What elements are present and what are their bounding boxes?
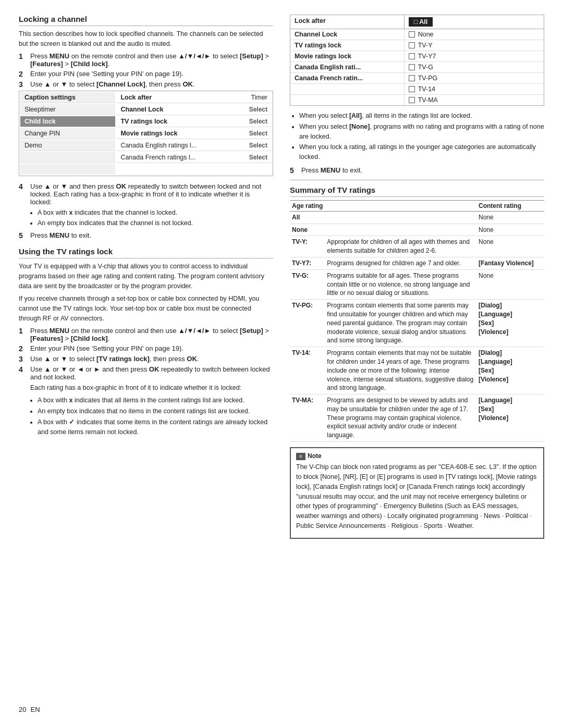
s2-bullet4-1: A box with x indicates that all items in… [38,396,273,405]
s2-step1-text: Press MENU on the remote control and the… [30,327,273,342]
section-locking-channel: Locking a channel This section describes… [19,15,273,240]
summary-header-row: Age rating Content rating [290,200,544,211]
lock-row-channel: Channel Lock None [290,29,544,40]
step3-text: Use ▲ or ▼ to select [Channel Lock], the… [30,80,273,88]
content-tvg: None [476,269,544,299]
checkbox-tv-y7[interactable] [409,53,415,59]
select-canada-english: Select [249,142,267,149]
summary-row-tvy: TV-Y: Appropriate for children of all ag… [290,236,544,257]
section2-title: Using the TV ratings lock [19,247,273,258]
note-header: ≡ Note [296,452,538,461]
col2-header: Lock after [120,94,152,101]
step5-num-s1: 5 [19,231,27,240]
lpr-tv-14: TV-14 [405,84,544,94]
lpr-none: None [405,29,544,40]
lpr-empty2 [290,95,405,105]
rating-tvma: TV-MA: [290,394,325,442]
desc-all [325,211,476,224]
s2-step4-bullets: A box with x indicates that all items in… [38,396,273,437]
right-column: Lock after □ All Channel Lock None TV ra… [290,15,544,699]
section-tv-ratings: Using the TV ratings lock Your TV is equ… [19,247,273,437]
rating-tvg: TV-G: [290,269,325,299]
lock-row-tvma: TV-MA [290,95,544,105]
lpr-empty1 [290,84,405,94]
page-number: 20 [19,706,26,713]
step1-text: Press MENU on the remote control and the… [30,52,273,68]
lock-panel-header: Lock after □ All [290,15,544,29]
note-icon: ≡ [296,453,305,460]
section1-title: Locking a channel [19,15,273,26]
lpr-tv-ma: TV-MA [405,95,544,105]
summary-table: Age rating Content rating All None None [290,200,544,442]
menu-row-canada-french: Canada French ratings l... Select [20,152,272,163]
content-tvy: None [476,236,544,257]
menu-row-changepin: Change PIN Movie ratings lock Select [20,128,272,139]
step3-row: 3 Use ▲ or ▼ to select [Channel Lock], t… [19,80,273,89]
checkbox-none[interactable] [409,31,415,38]
menu-left-demo: Demo [20,140,115,151]
step2-num: 2 [19,70,27,78]
lock-row-tv: TV ratings lock TV-Y [290,40,544,51]
note-box: ≡ Note The V-Chip can block non rated pr… [290,447,544,539]
rating-tvy7: TV-Y7: [290,257,325,269]
page-en: EN [30,706,40,713]
menu-tv-ratings: TV ratings lock [120,118,167,125]
rating-tvpg: TV-PG: [290,300,325,347]
step4-text: Use ▲ or ▼ and then press OK repeatedly … [30,182,273,206]
bullet4-1: A box with x indicates that the channel … [38,208,273,218]
step3-num: 3 [19,80,27,89]
lpr-movie-ratings: Movie ratings lock [290,51,405,61]
menu-left-sleeptimer: Sleeptimer [20,104,115,115]
lpr-tv-y7: TV-Y7 [405,51,544,61]
content-tv14: [Dialog][Language][Sex][Violence] [476,347,544,394]
desc-tvy7: Programs designed for children age 7 and… [325,257,476,269]
summary-row-tvma: TV-MA: Programs are designed to be viewe… [290,394,544,442]
menu-left-changepin: Change PIN [20,128,115,139]
summary-row-all: All None [290,211,544,224]
col1-header: Caption settings [20,92,115,103]
label-tv-y7: TV-Y7 [418,53,436,60]
s2-bullet4-2: An empty box indicates that no items in … [38,406,273,416]
s2-bullet4-3: A box with ✓ indicates that some items i… [38,417,273,437]
menu-row-demo: Demo Canada English ratings l... Select [20,140,272,151]
checkbox-tv-pg[interactable] [409,75,415,81]
note-text: The V-Chip can block non rated programs … [296,462,538,530]
right-step5-num: 5 [290,166,298,175]
content-tvy7: [Fantasy Violence] [476,257,544,269]
select-movie-ratings: Select [249,130,267,137]
menu-canada-french: Canada French ratings l... [120,154,195,161]
right-step5-row: 5 Press MENU to exit. [290,166,544,175]
lock-row-tv14: TV-14 [290,84,544,95]
menu-header-row: Caption settings Lock after Timer [20,92,272,103]
s2-step2-text: Enter your PIN (see 'Setting your PIN' o… [30,344,273,352]
section2-intro1: Your TV is equipped with a V-chip that a… [19,262,273,291]
summary-row-none: None None [290,224,544,236]
menu-movie-ratings: Movie ratings lock [120,130,177,137]
content-all: None [476,211,544,224]
rating-tvy: TV-Y: [290,236,325,257]
menu-row-empty [20,164,272,175]
step4-bullets: A box with x indicates that the channel … [38,208,273,229]
s2-step4-row: 4 Use ▲ or ▼ or ◄ or ► and then press OK… [19,365,273,381]
right-bullets: When you select [All], all items in the … [299,111,544,162]
content-none: None [476,224,544,236]
checkbox-tv-14[interactable] [409,86,415,92]
section2-intro2: If you receive channels through a set-to… [19,294,273,323]
lock-row-canada-en: Canada English rati... TV-G [290,62,544,73]
step1-num: 1 [19,52,27,60]
lpr-canada-en: Canada English rati... [290,62,405,72]
checkbox-tv-g[interactable] [409,64,415,70]
checkbox-tv-ma[interactable] [409,97,415,103]
lpr-tv-g: TV-G [405,62,544,72]
select-tv-ratings: Select [249,118,267,125]
s2-step3-row: 3 Use ▲ or ▼ to select [TV ratings lock]… [19,355,273,363]
menu-canada-english: Canada English ratings l... [120,142,197,149]
lpr-canada-fr: Canada French ratin... [290,73,405,83]
checkbox-tv-y[interactable] [409,42,415,48]
summary-row-tv14: TV-14: Programs contain elements that ma… [290,347,544,394]
desc-tv14: Programs contain elements that may not b… [325,347,476,394]
summary-row-tvy7: TV-Y7: Programs designed for children ag… [290,257,544,269]
right-bullet-3: When you lock a rating, all ratings in t… [299,142,544,162]
s2-step1-num: 1 [19,327,27,335]
right-bullet-1: When you select [All], all items in the … [299,111,544,121]
